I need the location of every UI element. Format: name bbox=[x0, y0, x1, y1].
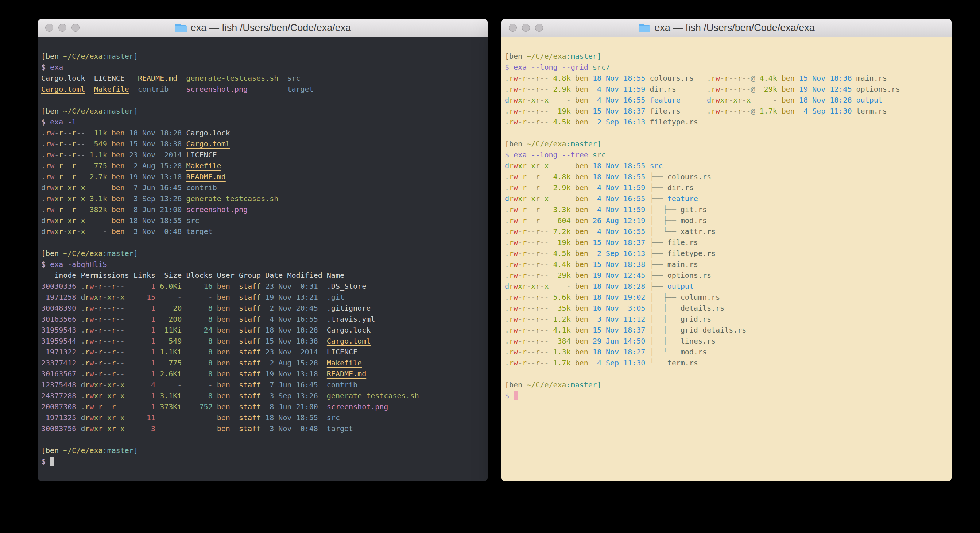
terminal-line: .rw-r--r-- 604 ben 26 Aug 12:19 │ ├── mo… bbox=[505, 215, 951, 226]
terminal-line: .rw-r--r-- 5.6k ben 18 Nov 19:02 │ ├── c… bbox=[505, 292, 951, 303]
terminal-line bbox=[41, 237, 488, 248]
minimize-button[interactable] bbox=[522, 24, 530, 32]
terminal-line: .rw-r--r-- 1.2k ben 3 Nov 11:12 │ ├── gr… bbox=[505, 314, 951, 324]
folder-icon bbox=[175, 23, 187, 33]
minimize-button[interactable] bbox=[58, 24, 66, 32]
terminal-line: .rw-r--r-- 775 ben 2 Aug 15:28 Makefile bbox=[41, 160, 488, 171]
terminal-line: $ exa -l bbox=[41, 116, 488, 128]
terminal-line: .rw-r--r-- 1.7k ben 4 Sep 11:30 └── term… bbox=[505, 357, 951, 369]
terminal-window-light[interactable]: exa — fish /Users/ben/Code/exa/exa [ben … bbox=[501, 19, 951, 481]
terminal-line: 24377288 .rwxr-xr-x 1 3.1Ki 8 ben staff … bbox=[41, 390, 488, 401]
terminal-line: .rw-r--r-- 19k ben 15 Nov 18:37 ├── file… bbox=[505, 237, 951, 248]
terminal-line: .rw-r--r-- 4.5k ben 2 Sep 16:13 ├── file… bbox=[505, 248, 951, 259]
terminal-line: 1971322 .rw-r--r-- 1 1.1Ki 8 ben staff 2… bbox=[41, 346, 488, 357]
terminal-line: $ exa -abghHliS bbox=[41, 259, 488, 270]
terminal-line: .rw-r--r-- 4.8k ben 18 Nov 18:55 ├── col… bbox=[505, 171, 951, 182]
terminal-line: [ben ~/C/e/exa:master] bbox=[41, 445, 488, 456]
zoom-button[interactable] bbox=[535, 24, 543, 32]
terminal-line: Cargo.toml Makefile contrib screenshot.p… bbox=[41, 84, 488, 94]
terminal-line: drwxr-xr-x - ben 18 Nov 18:55 src bbox=[505, 160, 951, 171]
terminal-line: 30083756 drwxr-xr-x 3 - - ben staff 3 No… bbox=[41, 423, 488, 434]
terminal-line: .rw-r--r-- 3.3k ben 4 Nov 11:59 │ ├── gi… bbox=[505, 204, 951, 215]
terminal-line: drwxr-xr-x - ben 18 Nov 18:55 src bbox=[41, 215, 488, 226]
terminal-line: 12375448 drwxr-xr-x 4 - - ben staff 7 Ju… bbox=[41, 379, 488, 390]
terminal-line: 1971258 drwxr-xr-x 15 - - ben staff 19 N… bbox=[41, 292, 488, 303]
terminal-line: 20087308 .rw-r--r-- 1 373Ki 752 ben staf… bbox=[41, 401, 488, 412]
terminal-line: 31959543 .rw-r--r-- 1 11Ki 24 ben staff … bbox=[41, 324, 488, 335]
terminal-line bbox=[41, 94, 488, 105]
terminal-content-dark[interactable]: [ben ~/C/e/exa:master]$ exaCargo.lock LI… bbox=[38, 37, 488, 481]
terminal-line bbox=[505, 128, 951, 138]
terminal-line: 23377412 .rw-r--r-- 1 775 8 ben staff 2 … bbox=[41, 357, 488, 369]
terminal-line: [ben ~/C/e/exa:master] bbox=[505, 51, 951, 62]
terminal-window-dark[interactable]: exa — fish /Users/ben/Code/exa/exa [ben … bbox=[38, 19, 488, 481]
terminal-line: .rw-r--r-- 549 ben 15 Nov 18:38 Cargo.to… bbox=[41, 138, 488, 149]
terminal-line: .rw-r--r-- 4.1k ben 15 Nov 18:37 │ ├── g… bbox=[505, 324, 951, 335]
terminal-content-light[interactable]: [ben ~/C/e/exa:master]$ exa --long --gri… bbox=[501, 37, 951, 481]
terminal-line: .rw-r--r-- 4.5k ben 2 Sep 16:13 filetype… bbox=[505, 116, 951, 128]
window-titlebar[interactable]: exa — fish /Users/ben/Code/exa/exa bbox=[38, 19, 488, 37]
terminal-line: 30163566 .rw-r--r-- 1 200 8 ben staff 4 … bbox=[41, 314, 488, 324]
window-titlebar[interactable]: exa — fish /Users/ben/Code/exa/exa bbox=[501, 19, 951, 37]
terminal-line: .rw-r--r-- 4.8k ben 18 Nov 18:55 colours… bbox=[505, 73, 951, 84]
folder-icon bbox=[638, 23, 651, 33]
zoom-button[interactable] bbox=[72, 24, 80, 32]
terminal-line: inode Permissions Links Size Blocks User… bbox=[41, 270, 488, 281]
terminal-line: 30030336 .rw-r--r-- 1 6.0Ki 16 ben staff… bbox=[41, 281, 488, 292]
terminal-line: 1971325 drwxr-xr-x 11 - - ben staff 18 N… bbox=[41, 412, 488, 423]
terminal-line: Cargo.lock LICENCE README.md generate-te… bbox=[41, 73, 488, 84]
terminal-line: [ben ~/C/e/exa:master] bbox=[505, 138, 951, 149]
window-title: exa — fish /Users/ben/Code/exa/exa bbox=[191, 22, 351, 34]
terminal-line: drwxr-xr-x - ben 4 Nov 16:55 ├── feature bbox=[505, 193, 951, 204]
terminal-line: drwxr-xr-x - ben 18 Nov 18:28 ├── output bbox=[505, 281, 951, 292]
terminal-line: 30163567 .rw-r--r-- 1 2.6Ki 8 ben staff … bbox=[41, 369, 488, 379]
terminal-line: [ben ~/C/e/exa:master] bbox=[41, 248, 488, 259]
close-button[interactable] bbox=[45, 24, 53, 32]
terminal-line: $ exa --long --grid src/ bbox=[505, 62, 951, 73]
traffic-lights bbox=[45, 19, 80, 37]
terminal-line bbox=[505, 369, 951, 379]
terminal-line: $ exa --long --tree src bbox=[505, 149, 951, 160]
terminal-line bbox=[41, 434, 488, 445]
window-title: exa — fish /Users/ben/Code/exa/exa bbox=[654, 22, 815, 34]
terminal-line: 30048390 .rw-r--r-- 1 20 8 ben staff 2 N… bbox=[41, 303, 488, 314]
terminal-line: .rw-r--r-- 11k ben 18 Nov 18:28 Cargo.lo… bbox=[41, 128, 488, 138]
terminal-line: $ bbox=[505, 390, 951, 401]
terminal-line: drwxr-xr-x - ben 3 Nov 0:48 target bbox=[41, 226, 488, 237]
terminal-line: $ exa bbox=[41, 62, 488, 73]
terminal-line: .rw-r--r-- 7.2k ben 4 Nov 16:55 │ └── xa… bbox=[505, 226, 951, 237]
terminal-line: drwxr-xr-x - ben 4 Nov 16:55 feature drw… bbox=[505, 94, 951, 105]
terminal-line: 31959544 .rw-r--r-- 1 549 8 ben staff 15… bbox=[41, 335, 488, 346]
terminal-line: .rw-r--r-- 4.4k ben 15 Nov 18:38 ├── mai… bbox=[505, 259, 951, 270]
terminal-line: .rw-r--r-- 29k ben 19 Nov 12:45 ├── opti… bbox=[505, 270, 951, 281]
terminal-line: .rw-r--r-- 19k ben 15 Nov 18:37 file.rs … bbox=[505, 105, 951, 116]
close-button[interactable] bbox=[509, 24, 517, 32]
terminal-line: [ben ~/C/e/exa:master] bbox=[505, 379, 951, 390]
terminal-line: .rw-r--r-- 2.9k ben 4 Nov 11:59 ├── dir.… bbox=[505, 182, 951, 193]
terminal-line: .rw-r--r-- 2.9k ben 4 Nov 11:59 dir.rs .… bbox=[505, 84, 951, 94]
terminal-line: $ bbox=[41, 456, 488, 467]
terminal-line: .rw-r--r-- 384 ben 29 Jun 14:50 │ ├── li… bbox=[505, 335, 951, 346]
terminal-line: [ben ~/C/e/exa:master] bbox=[41, 51, 488, 62]
terminal-line: .rw-r--r-- 382k ben 8 Jun 21:00 screensh… bbox=[41, 204, 488, 215]
terminal-line: .rw-r--r-- 1.1k ben 23 Nov 2014 LICENCE bbox=[41, 149, 488, 160]
desktop: { "desktop": {"background": "#000000"}, … bbox=[0, 0, 980, 533]
terminal-line: .rw-r--r-- 2.7k ben 19 Nov 13:18 README.… bbox=[41, 171, 488, 182]
terminal-line: .rw-r--r-- 1.3k ben 18 Nov 18:27 │ └── m… bbox=[505, 346, 951, 357]
terminal-line: [ben ~/C/e/exa:master] bbox=[41, 105, 488, 116]
terminal-line: drwxr-xr-x - ben 7 Jun 16:45 contrib bbox=[41, 182, 488, 193]
terminal-line: .rw-r--r-- 35k ben 16 Nov 3:05 │ ├── det… bbox=[505, 303, 951, 314]
terminal-cursor bbox=[50, 457, 54, 466]
traffic-lights bbox=[509, 19, 543, 37]
terminal-line: .rwxr-xr-x 3.1k ben 3 Sep 13:26 generate… bbox=[41, 193, 488, 204]
terminal-cursor bbox=[514, 391, 518, 400]
